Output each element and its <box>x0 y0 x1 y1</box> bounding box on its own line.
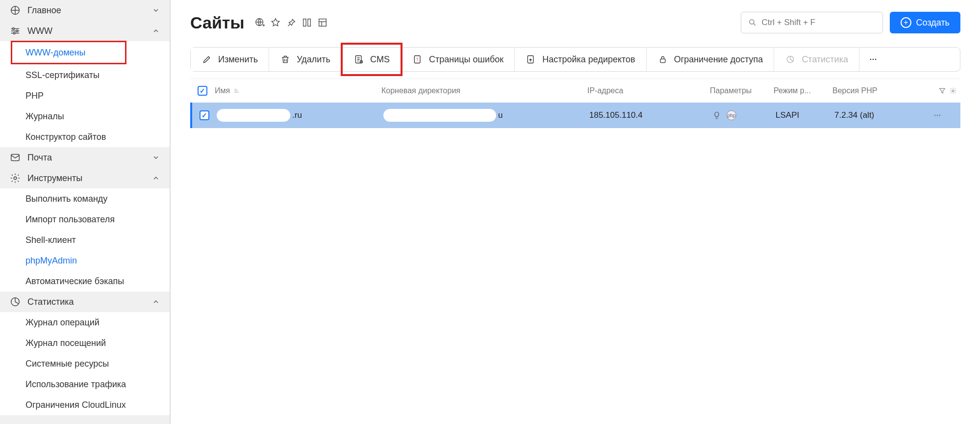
redacted-name <box>217 109 290 122</box>
main-content: Сайты + Созда <box>171 0 980 424</box>
sidebar-section-main: Главное <box>0 0 170 21</box>
create-button-label: Создать <box>916 18 950 28</box>
table-header: Имя Корневая директория IP-адреса Параме… <box>190 79 960 103</box>
root-suffix: u <box>498 110 503 120</box>
th-ip[interactable]: IP-адреса <box>587 86 710 95</box>
search-icon <box>748 18 757 27</box>
svg-point-23 <box>934 115 936 116</box>
sidebar-head-www[interactable]: WWW <box>0 21 170 41</box>
sidebar-item-visitlog[interactable]: Журнал посещений <box>0 333 170 353</box>
sidebar-item-sysres[interactable]: Системные ресурсы <box>0 353 170 374</box>
toolbar-label: Ограничение доступа <box>674 54 763 65</box>
trash-icon <box>280 54 291 65</box>
sidebar-head-mail[interactable]: Почта <box>0 147 170 168</box>
sites-table: Имя Корневая директория IP-адреса Параме… <box>190 79 960 128</box>
sidebar-item-www-domains[interactable]: WWW-домены <box>12 42 125 63</box>
th-name[interactable]: Имя <box>215 86 381 95</box>
sidebar-section-stats: Статистика Журнал операций Журнал посеще… <box>0 292 170 415</box>
th-phpver[interactable]: Версия PHP <box>832 86 930 95</box>
sidebar-item-journals[interactable]: Журналы <box>0 106 170 127</box>
sidebar-head-label: Инструменты <box>27 173 145 184</box>
sidebar-item-traffic[interactable]: Использование трафика <box>0 374 170 395</box>
toolbar-label: Настройка редиректов <box>542 54 635 65</box>
sidebar-item-builder[interactable]: Конструктор сайтов <box>0 127 170 147</box>
sidebar-item-cloudlinux[interactable]: Ограничения CloudLinux <box>0 395 170 415</box>
gear-icon[interactable] <box>949 87 957 95</box>
cell-ip: 185.105.110.4 <box>589 110 712 120</box>
chevron-down-icon <box>152 154 160 161</box>
sidebar-item-label: Ограничения CloudLinux <box>25 400 126 410</box>
pin-icon[interactable] <box>285 17 297 28</box>
gear-icon <box>10 173 21 184</box>
sidebar-head-stats[interactable]: Статистика <box>0 292 170 312</box>
cell-root: u <box>383 109 589 122</box>
toolbar-cms-button[interactable]: CMS <box>343 48 401 71</box>
th-actions <box>930 87 960 95</box>
cell-phpver: 7.2.34 (alt) <box>834 110 932 120</box>
search-box[interactable] <box>741 12 883 33</box>
th-params[interactable]: Параметры <box>710 86 774 95</box>
sidebar-item-php[interactable]: PHP <box>0 85 170 106</box>
th-label: Версия PHP <box>832 86 877 95</box>
svg-point-3 <box>13 32 15 34</box>
sidebar-item-label: WWW-домены <box>25 48 85 58</box>
sidebar-head-main[interactable]: Главное <box>0 0 170 21</box>
th-label: Имя <box>215 86 230 95</box>
svg-rect-8 <box>303 19 306 26</box>
sidebar-sub-tools: Выполнить команду Импорт пользователя Sh… <box>0 188 170 292</box>
chevron-down-icon <box>152 6 160 14</box>
sidebar-sub-stats: Журнал операций Журнал посещений Системн… <box>0 312 170 415</box>
row-checkbox[interactable] <box>200 110 209 120</box>
title-actions <box>254 17 328 28</box>
sidebar-head-tools[interactable]: Инструменты <box>0 168 170 188</box>
star-icon[interactable] <box>270 17 281 28</box>
select-all-checkbox[interactable] <box>198 86 207 96</box>
toolbar-label: Страницы ошибок <box>429 54 503 65</box>
sidebar-item-backup[interactable]: Автоматические бэкапы <box>0 271 170 292</box>
toolbar-delete-button[interactable]: Удалить <box>269 48 342 71</box>
sidebar-item-import-user[interactable]: Импорт пользователя <box>0 209 170 230</box>
cms-icon <box>353 54 364 65</box>
th-mode[interactable]: Режим р... <box>774 86 832 95</box>
row-more-button[interactable] <box>932 110 962 120</box>
sidebar-item-phpmyadmin[interactable]: phpMyAdmin <box>0 250 170 271</box>
toolbar-edit-button[interactable]: Изменить <box>191 48 269 71</box>
sidebar-item-label: SSL-сертификаты <box>25 70 100 80</box>
sidebar-head-label: Почта <box>27 153 145 163</box>
sidebar-item-label: Журналы <box>25 111 64 122</box>
phpver-value: 7.2.34 (alt) <box>834 110 874 120</box>
svg-point-24 <box>937 115 938 116</box>
layout-icon[interactable] <box>317 17 328 28</box>
th-label: IP-адреса <box>587 86 623 95</box>
th-root[interactable]: Корневая директория <box>381 86 587 95</box>
filter-icon[interactable] <box>938 87 946 95</box>
pencil-icon <box>201 54 212 65</box>
table-row[interactable]: .ru u 185.105.110.4 php LSAPI 7.2.34 (al… <box>190 103 960 128</box>
globe-plus-icon[interactable] <box>254 17 266 28</box>
sort-asc-icon <box>233 88 240 94</box>
sidebar-section-mail: Почта <box>0 147 170 168</box>
svg-point-21 <box>875 59 877 60</box>
svg-point-15 <box>417 60 418 61</box>
mail-icon <box>10 152 21 163</box>
toolbar-error-pages-button[interactable]: Страницы ошибок <box>402 48 515 71</box>
chevron-up-icon <box>152 298 160 306</box>
dots-icon <box>868 54 878 64</box>
sidebar-item-oplog[interactable]: Журнал операций <box>0 312 170 333</box>
svg-rect-17 <box>660 59 665 63</box>
svg-point-11 <box>750 20 754 24</box>
toolbar-access-button[interactable]: Ограничение доступа <box>647 48 775 71</box>
dashboard-icon <box>10 5 21 16</box>
search-input[interactable] <box>762 18 876 27</box>
create-button[interactable]: + Создать <box>890 12 960 33</box>
php-badge-icon[interactable]: php <box>727 110 736 120</box>
sidebar-item-ssl[interactable]: SSL-сертификаты <box>0 65 170 85</box>
toolbar-more-button[interactable] <box>859 48 887 71</box>
th-label: Параметры <box>710 86 752 95</box>
columns-icon[interactable] <box>301 17 313 28</box>
toolbar-redirects-button[interactable]: Настройка редиректов <box>515 48 647 71</box>
sidebar-item-exec[interactable]: Выполнить команду <box>0 188 170 209</box>
sidebar-item-shell[interactable]: Shell-клиент <box>0 230 170 250</box>
lightbulb-icon[interactable] <box>712 110 722 120</box>
svg-point-19 <box>870 59 872 60</box>
